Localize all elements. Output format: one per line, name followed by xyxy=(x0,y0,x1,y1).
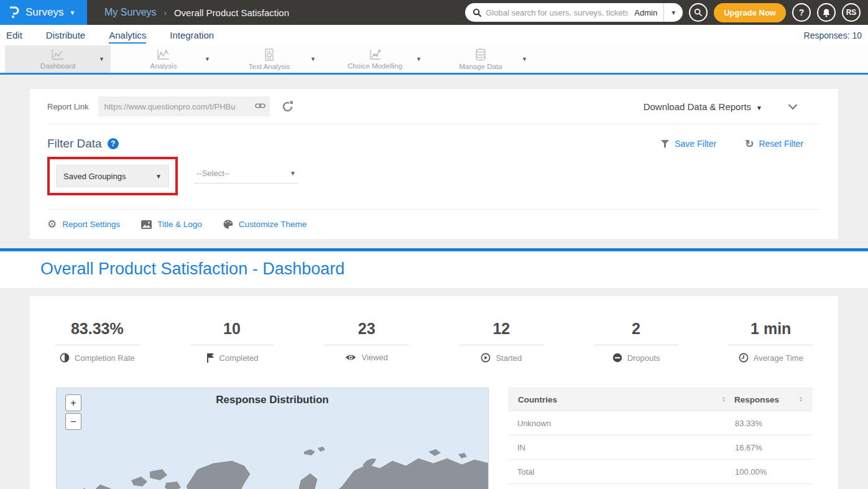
completion-rate-icon xyxy=(60,353,70,363)
question-mark-icon: ? xyxy=(799,7,805,17)
nav-analytics[interactable]: Analytics xyxy=(109,30,146,40)
dashboard-card: 83.33% Completion Rate 10 Completed 23 xyxy=(30,296,838,489)
product-name: Surveys xyxy=(25,6,63,19)
sort-icon[interactable]: ▲▼ xyxy=(722,396,726,403)
table-row: Unknown 83.33% xyxy=(509,411,812,435)
stat-completed: 10 Completed xyxy=(165,320,300,363)
flag-icon xyxy=(206,353,215,363)
refresh-icon: ↻ xyxy=(745,137,754,151)
analytics-tab-strip: Dashboard ▼ Analysis ▼ Text Analysis ▼ C… xyxy=(0,45,868,75)
chevron-down-icon: ▼ xyxy=(155,173,162,180)
global-search-input[interactable] xyxy=(486,8,628,17)
tab-dropdown-icon[interactable]: ▼ xyxy=(522,56,527,62)
tab-dropdown-icon[interactable]: ▼ xyxy=(416,56,422,62)
avatar[interactable]: RS xyxy=(842,3,861,22)
topbar-actions: Admin ▼ Upgrade Now ? RS xyxy=(465,0,868,25)
help-button[interactable]: ? xyxy=(792,3,811,22)
charts-row: Response Distribution + − xyxy=(56,388,812,489)
document-icon xyxy=(263,48,275,62)
highlight-annotation: Saved Groupings ▼ xyxy=(47,157,178,195)
nav-integration[interactable]: Integration xyxy=(170,30,214,40)
avatar-initials: RS xyxy=(846,8,857,17)
search-icon xyxy=(694,8,703,17)
bell-icon xyxy=(822,8,831,17)
report-link-input[interactable] xyxy=(98,96,270,116)
chevron-down-icon: ▼ xyxy=(69,9,75,16)
gear-icon: ⚙ xyxy=(47,218,57,231)
stat-dropouts: 2 Dropouts xyxy=(569,320,704,363)
search-scope-label: Admin xyxy=(628,8,663,17)
link-icon[interactable] xyxy=(255,101,265,110)
saved-groupings-dropdown[interactable]: Saved Groupings ▼ xyxy=(56,165,169,187)
edit-report-link-icon[interactable] xyxy=(281,100,294,113)
zoom-in-button[interactable]: + xyxy=(65,394,81,411)
download-data-reports-menu[interactable]: Download Data & Reports▼ xyxy=(644,101,762,112)
title-logo-link[interactable]: Title & Logo xyxy=(141,220,202,229)
filter-header-row: Filter Data ? Save Filter ↻ Reset Filter xyxy=(47,124,821,151)
eye-icon xyxy=(345,353,356,361)
report-panel: Report Link Download Data & Reports▼ Fil… xyxy=(30,89,838,239)
filter-actions: Save Filter ↻ Reset Filter xyxy=(660,137,821,151)
filter-data-title: Filter Data ? xyxy=(47,137,119,151)
tab-analysis[interactable]: Analysis ▼ xyxy=(111,45,216,73)
sort-icon[interactable]: ▲▼ xyxy=(799,396,803,403)
chevron-down-icon: ▼ xyxy=(290,170,296,177)
clock-icon xyxy=(739,353,749,363)
stat-completion-rate: 83.33% Completion Rate xyxy=(30,320,165,363)
questionpro-logo xyxy=(7,6,20,19)
upgrade-now-button[interactable]: Upgrade Now xyxy=(714,3,786,22)
search-scope-dropdown[interactable]: ▼ xyxy=(664,9,683,16)
collapse-panel-icon[interactable] xyxy=(788,101,797,109)
image-icon xyxy=(141,220,152,229)
table-row: IN 16.67% xyxy=(509,435,812,460)
reset-filter-button[interactable]: ↻ Reset Filter xyxy=(745,137,803,151)
stat-average-time: 1 min Average Time xyxy=(703,320,838,363)
breadcrumb-survey-name: Overall Product Satisfaction xyxy=(174,7,289,18)
report-settings-row: ⚙ Report Settings Title & Logo Customize… xyxy=(47,209,821,239)
dashboard-title-band: Overall Product Satisfaction - Dashboard xyxy=(0,251,868,288)
map-zoom-controls: + − xyxy=(65,394,81,430)
top-bar: Surveys ▼ My Surveys › Overall Product S… xyxy=(0,0,868,25)
countries-table-header: Countries ▲▼ Responses ▲▼ xyxy=(509,388,812,411)
responses-count: Responses: 10 xyxy=(804,30,862,40)
palette-icon xyxy=(223,220,233,229)
product-switcher[interactable]: Surveys ▼ xyxy=(0,0,87,25)
chevron-down-icon: ▼ xyxy=(756,105,762,111)
database-icon xyxy=(474,48,487,62)
report-link-row: Report Link Download Data & Reports▼ xyxy=(47,89,821,124)
nav-distribute[interactable]: Distribute xyxy=(46,30,85,40)
scatter-chart-icon xyxy=(367,49,382,61)
tab-text-analysis[interactable]: Text Analysis ▼ xyxy=(216,45,322,73)
tab-choice-modelling[interactable]: Choice Modelling ▼ xyxy=(322,45,428,73)
report-link-label: Report Link xyxy=(47,102,88,111)
global-search: Admin ▼ xyxy=(465,3,683,22)
tab-dropdown-icon[interactable]: ▼ xyxy=(310,56,316,62)
map-title: Response Distribution xyxy=(57,394,488,406)
response-distribution-map[interactable]: Response Distribution + − xyxy=(56,388,489,489)
stat-started: 12 Started xyxy=(434,320,569,363)
search-button[interactable] xyxy=(689,3,708,22)
report-settings-link[interactable]: ⚙ Report Settings xyxy=(47,218,120,231)
tab-manage-data[interactable]: Manage Data ▼ xyxy=(428,45,533,73)
breadcrumb-separator: › xyxy=(164,8,167,17)
analysis-chart-icon xyxy=(156,49,171,61)
funnel-icon xyxy=(660,139,670,148)
minus-circle-icon xyxy=(612,353,622,363)
page-title: Overall Product Satisfaction - Dashboard xyxy=(40,259,868,279)
tab-dashboard[interactable]: Dashboard ▼ xyxy=(5,45,111,73)
grouping-select-dropdown[interactable]: --Select-- ▼ xyxy=(194,169,298,184)
stats-row: 83.33% Completion Rate 10 Completed 23 xyxy=(30,320,838,363)
responses-column-header[interactable]: Responses xyxy=(734,395,779,404)
save-filter-button[interactable]: Save Filter xyxy=(660,139,716,149)
tab-dropdown-icon[interactable]: ▼ xyxy=(99,56,104,62)
filter-help-icon[interactable]: ? xyxy=(108,138,119,149)
countries-column-header[interactable]: Countries xyxy=(518,395,557,404)
breadcrumb-my-surveys[interactable]: My Surveys xyxy=(104,7,157,18)
download-group: Download Data & Reports▼ xyxy=(644,101,821,112)
notifications-button[interactable] xyxy=(817,3,836,22)
nav-edit[interactable]: Edit xyxy=(6,30,22,40)
filter-dropdowns-row: Saved Groupings ▼ --Select-- ▼ xyxy=(47,157,821,195)
play-circle-icon xyxy=(481,353,491,363)
tab-dropdown-icon[interactable]: ▼ xyxy=(205,56,210,62)
customize-theme-link[interactable]: Customize Theme xyxy=(223,220,307,229)
